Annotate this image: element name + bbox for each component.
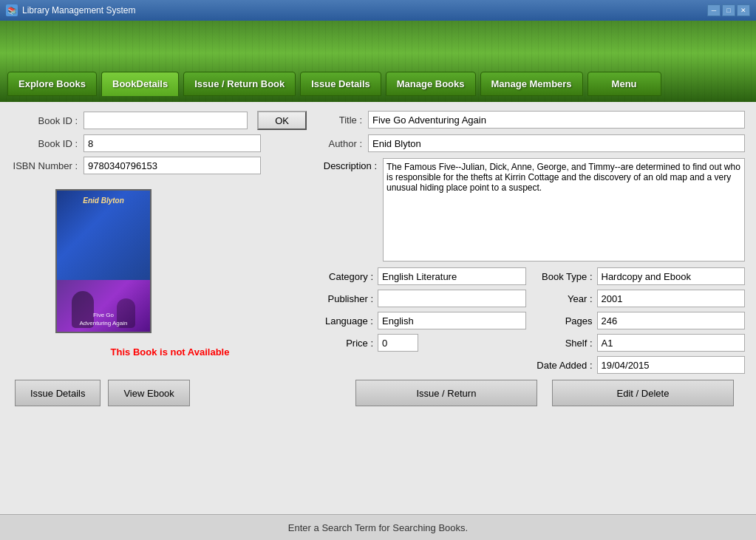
category-row: Category : — [314, 267, 526, 285]
main-content: Book ID : OK Book ID : ISBN Number : Eni… — [0, 102, 756, 514]
book-type-label: Book Type : — [534, 271, 593, 282]
tab-menu[interactable]: Menu — [588, 72, 661, 96]
tab-issue-return-book[interactable]: Issue / Return Book — [183, 72, 296, 96]
year-input[interactable] — [597, 290, 746, 307]
tab-book-details[interactable]: BookDetails — [101, 72, 179, 96]
book-id-input-2[interactable] — [84, 134, 261, 152]
title-row: Title : — [314, 111, 745, 129]
minimize-button[interactable]: ─ — [707, 4, 721, 16]
isbn-label: ISBN Number : — [11, 160, 78, 171]
shelf-row: Shelf : — [534, 334, 746, 352]
title-bar-left: 📚 Library Management System — [6, 4, 135, 16]
issue-return-button[interactable]: Issue / Return — [355, 380, 537, 406]
book-cover-author: Enid Blyton — [83, 196, 124, 205]
book-id-row-2: Book ID : — [11, 134, 307, 152]
book-id-row-1: Book ID : OK — [11, 111, 307, 130]
availability-text: This Book is not Available — [33, 346, 307, 358]
tab-manage-members[interactable]: Manage Members — [480, 72, 583, 96]
close-button[interactable]: ✕ — [737, 4, 750, 16]
author-label: Author : — [314, 138, 362, 149]
shelf-label: Shelf : — [534, 338, 593, 349]
description-area: Description : The Famous Five--Julian, D… — [314, 158, 745, 262]
publisher-label: Publisher : — [314, 293, 373, 304]
author-row: Author : — [314, 134, 745, 152]
author-input[interactable] — [368, 134, 745, 152]
price-input[interactable] — [378, 334, 418, 352]
language-input[interactable] — [378, 312, 526, 329]
issue-details-button[interactable]: Issue Details — [15, 380, 101, 406]
book-id-label-2: Book ID : — [11, 138, 78, 149]
pages-label: Pages — [534, 315, 593, 327]
title-label: Title : — [314, 115, 362, 126]
status-message: Enter a Search Term for Searching Books. — [288, 522, 468, 533]
tab-issue-details[interactable]: Issue Details — [300, 72, 381, 96]
publisher-row: Publisher : — [314, 290, 526, 307]
window-title: Library Management System — [22, 5, 135, 16]
isbn-input[interactable] — [84, 157, 261, 174]
book-type-row: Book Type : — [534, 267, 746, 285]
app-icon: 📚 — [6, 4, 18, 16]
edit-delete-button[interactable]: Edit / Delete — [552, 380, 734, 406]
left-column: Book ID : OK Book ID : ISBN Number : Eni… — [11, 111, 307, 363]
publisher-input[interactable] — [378, 290, 526, 307]
description-label: Description : — [314, 160, 377, 171]
year-label: Year : — [534, 293, 593, 304]
book-id-label-1: Book ID : — [11, 115, 78, 126]
isbn-row: ISBN Number : — [11, 157, 307, 174]
description-textarea[interactable]: The Famous Five--Julian, Dick, Anne, Geo… — [383, 158, 745, 262]
book-cover: Enid Blyton THE FAMOUS FIVE Five GoAdven… — [55, 189, 151, 333]
language-row: Language : — [314, 312, 526, 329]
buttons-bar: Issue Details View Ebook Issue / Return … — [11, 374, 745, 406]
book-type-input[interactable] — [597, 267, 746, 285]
tab-manage-books[interactable]: Manage Books — [386, 72, 476, 96]
price-row: Price : — [314, 334, 526, 352]
title-bar-controls: ─ □ ✕ — [707, 4, 750, 16]
right-column: Title : Author : Description : The Famou… — [307, 111, 745, 374]
fields-grid: Category : Book Type : Publisher : Year … — [314, 267, 745, 374]
year-row: Year : — [534, 290, 746, 307]
title-input[interactable] — [368, 111, 745, 129]
date-added-label: Date Added : — [534, 360, 593, 371]
category-label: Category : — [314, 271, 373, 282]
price-label: Price : — [314, 338, 373, 349]
shelf-input[interactable] — [597, 334, 746, 352]
book-id-input-1[interactable] — [84, 112, 248, 129]
date-added-input[interactable] — [597, 356, 746, 374]
language-label: Language : — [314, 315, 373, 327]
nav-area: Explore Books BookDetails Issue / Return… — [0, 21, 756, 102]
pages-input[interactable] — [597, 312, 746, 329]
category-input[interactable] — [378, 267, 526, 285]
date-added-row: Date Added : — [534, 356, 746, 374]
title-bar: 📚 Library Management System ─ □ ✕ — [0, 0, 756, 21]
tab-explore-books[interactable]: Explore Books — [7, 72, 97, 96]
maximize-button[interactable]: □ — [722, 4, 735, 16]
pages-row: Pages — [534, 312, 746, 329]
view-ebook-button[interactable]: View Ebook — [108, 380, 189, 406]
book-cover-bottom-text: Five GoAdventuring Again — [57, 312, 150, 327]
ok-button[interactable]: OK — [257, 111, 307, 130]
nav-tabs: Explore Books BookDetails Issue / Return… — [0, 72, 756, 96]
status-bar: Enter a Search Term for Searching Books. — [0, 514, 756, 540]
